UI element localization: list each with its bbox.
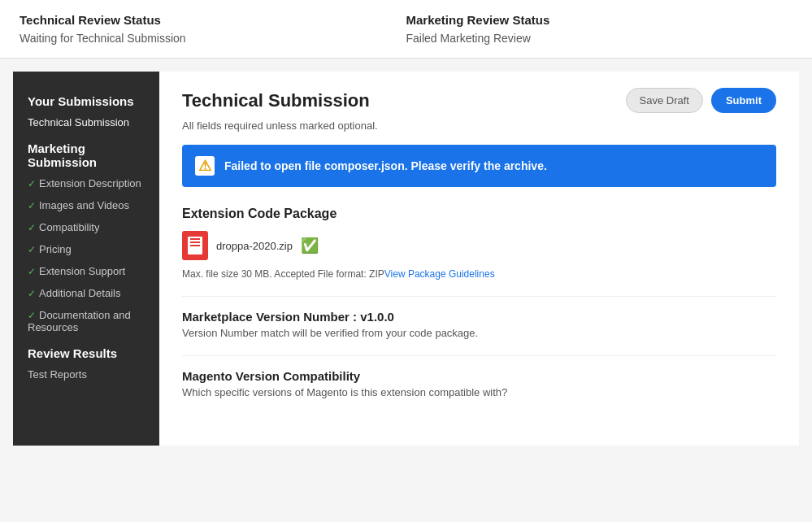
sidebar-item-additional-details[interactable]: ✓Additional Details [13,282,159,304]
file-icon [182,231,208,260]
extension-description-label: Extension Description [39,177,141,189]
compatibility-label: Compatibility [39,221,99,233]
check-icon-pricing: ✓ [28,244,36,255]
documentation-resources-label: Documentation and Resources [28,309,131,333]
check-icon-additional-details: ✓ [28,288,36,299]
submit-button[interactable]: Submit [711,88,776,113]
check-icon-extension-support: ✓ [28,266,36,277]
sidebar-item-extension-support[interactable]: ✓Extension Support [13,260,159,282]
magento-version-section: Magento Version Compatibility Which spec… [182,369,776,398]
extension-support-label: Extension Support [39,265,125,277]
divider-1 [182,296,776,297]
marketplace-version-title: Marketplace Version Number : v1.0.0 [182,310,776,324]
divider-2 [182,355,776,356]
additional-details-label: Additional Details [39,287,120,299]
marketplace-version-desc: Version Number match will be verified fr… [182,327,776,339]
sidebar-item-pricing[interactable]: ✓Pricing [13,238,159,260]
marketing-submission-section: Marketing Submission [13,133,159,172]
sidebar-item-extension-description[interactable]: ✓Extension Description [13,172,159,194]
content-header: Technical Submission Save Draft Submit [182,88,776,113]
sidebar-item-technical-submission[interactable]: Technical Submission [13,111,159,133]
save-draft-button[interactable]: Save Draft [626,88,703,113]
your-submissions-title: Your Submissions [13,88,159,111]
sidebar-item-documentation-resources[interactable]: ✓Documentation and Resources [13,304,159,338]
technical-review-status: Technical Review Status Waiting for Tech… [20,13,406,45]
images-videos-label: Images and Videos [39,199,129,211]
marketing-status-value: Failed Marketing Review [406,32,793,45]
sidebar-item-compatibility[interactable]: ✓Compatibility [13,216,159,238]
technical-submission-label: Technical Submission [28,116,129,128]
technical-status-value: Waiting for Technical Submission [20,32,406,45]
marketing-submission-label: Marketing Submission [28,141,97,169]
file-hint: Max. file size 30 MB. Accepted File form… [182,268,776,280]
file-name: droppa-2020.zip [216,240,293,252]
file-upload-box: droppa-2020.zip ✅ [182,231,776,260]
marketing-status-label: Marketing Review Status [406,13,793,27]
file-check-icon: ✅ [301,237,319,254]
warning-icon: ⚠ [195,156,215,176]
sidebar-item-images-videos[interactable]: ✓Images and Videos [13,194,159,216]
magento-version-title: Magento Version Compatibility [182,369,776,383]
technical-status-label: Technical Review Status [20,13,406,27]
pricing-label: Pricing [39,243,72,255]
required-note: All fields required unless marked option… [182,120,776,132]
file-icon-inner [188,237,202,254]
alert-banner: ⚠ Failed to open file composer.json. Ple… [182,145,776,187]
code-package-section-title: Extension Code Package [182,207,776,221]
check-icon-documentation-resources: ✓ [28,310,36,321]
view-package-guidelines-link[interactable]: View Package Guidelines [384,268,495,280]
alert-text: Failed to open file composer.json. Pleas… [224,159,547,172]
file-hint-text: Max. file size 30 MB. Accepted File form… [182,268,384,280]
content-area: Technical Submission Save Draft Submit A… [159,72,799,446]
status-bar: Technical Review Status Waiting for Tech… [0,0,812,59]
review-results-section: Review Results [13,338,159,363]
sidebar-item-test-reports[interactable]: Test Reports [13,363,159,385]
test-reports-label: Test Reports [28,368,87,381]
marketing-review-status: Marketing Review Status Failed Marketing… [406,13,793,45]
page-title: Technical Submission [182,90,370,111]
sidebar: Your Submissions Technical Submission Ma… [13,72,159,446]
check-icon-compatibility: ✓ [28,222,36,233]
check-icon-extension-description: ✓ [28,178,36,189]
magento-version-desc: Which specific versions of Magento is th… [182,386,776,398]
header-buttons: Save Draft Submit [626,88,776,113]
marketplace-version-section: Marketplace Version Number : v1.0.0 Vers… [182,310,776,339]
main-container: Your Submissions Technical Submission Ma… [13,72,799,446]
check-icon-images-videos: ✓ [28,200,36,211]
review-results-label: Review Results [28,346,117,360]
